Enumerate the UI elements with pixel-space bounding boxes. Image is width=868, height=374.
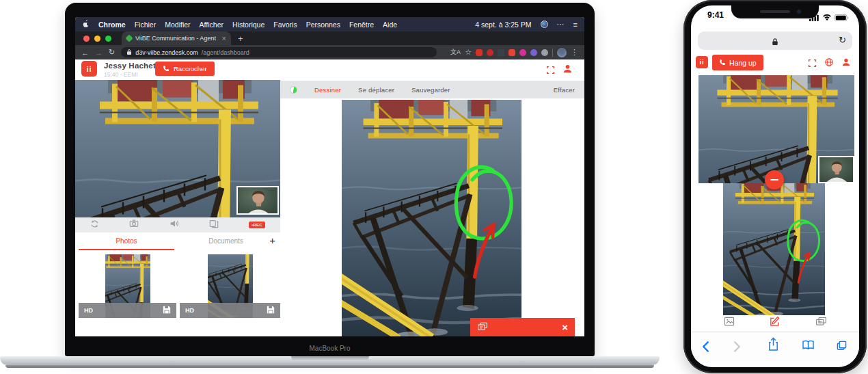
add-media-button[interactable]: + — [269, 235, 275, 246]
gallery-icon[interactable] — [724, 317, 735, 329]
control-center-icon[interactable]: ⋯ — [557, 20, 565, 29]
extension-v-icon[interactable] — [498, 49, 504, 56]
purple-extension-icon[interactable] — [530, 49, 537, 56]
address-bar[interactable]: d3v-viibe.zendesk.com/agent/dashboard — [121, 47, 437, 57]
hd-badge: HD — [185, 307, 194, 314]
menu-modifier[interactable]: Modifier — [165, 21, 190, 29]
annotate-icon[interactable] — [769, 316, 781, 330]
menu-fenetre[interactable]: Fenêtre — [349, 21, 374, 29]
menu-aide[interactable]: Aide — [383, 21, 397, 29]
tabs-icon[interactable] — [836, 340, 847, 354]
notification-center-icon[interactable]: ≡ — [573, 21, 578, 29]
bookmarks-icon[interactable] — [802, 340, 815, 353]
back-button[interactable]: ← — [81, 49, 89, 57]
adblock-icon[interactable] — [487, 49, 493, 56]
menu-favoris[interactable]: Favoris — [273, 21, 297, 29]
profile-avatar[interactable] — [557, 48, 567, 57]
menu-personnes[interactable]: Personnes — [306, 21, 340, 29]
record-badge[interactable]: •REC — [249, 222, 265, 228]
reload-button[interactable]: ↻ — [109, 48, 115, 57]
macbook-display: Chrome Fichier Modifier Afficher Histori… — [75, 17, 584, 336]
viibe-logo: ii — [696, 56, 708, 68]
speaker-icon[interactable] — [169, 219, 179, 231]
collapse-button[interactable] — [765, 170, 784, 189]
siri-icon[interactable] — [541, 21, 548, 28]
tab-documents[interactable]: Documents — [183, 237, 269, 245]
menu-clock[interactable]: 4 sept. à 3:25 PM — [475, 21, 531, 29]
globe-icon[interactable] — [824, 57, 834, 70]
self-view-thumbnail[interactable] — [236, 186, 279, 215]
media-tabs: Photos Documents + — [75, 232, 280, 252]
hangup-button[interactable]: Hang up — [712, 55, 763, 70]
new-tab-button[interactable]: + — [238, 34, 243, 44]
share-icon[interactable] — [768, 337, 779, 354]
agent-name: Jessy Hachet — [104, 62, 156, 70]
pink-extension-icon[interactable] — [519, 49, 526, 56]
move-tool[interactable]: Se déplacer — [358, 86, 394, 94]
wifi-icon — [822, 12, 832, 24]
photo-thumbnail-1[interactable]: HD — [79, 252, 176, 318]
camera-extension-icon[interactable] — [541, 49, 548, 56]
fullscreen-icon[interactable] — [546, 65, 555, 77]
save-tool[interactable]: Sauvegarder — [411, 86, 450, 94]
erase-tool[interactable]: Effacer — [554, 86, 575, 94]
lock-icon — [772, 36, 778, 49]
minimize-window-button[interactable] — [94, 36, 100, 42]
mobile-address-bar[interactable]: ↻ — [698, 31, 852, 50]
annotated-photo[interactable] — [342, 100, 521, 336]
remote-video-feed[interactable] — [699, 75, 854, 183]
annotation-toolbar: Dessiner Se déplacer Sauvegarder Effacer — [280, 81, 584, 98]
account-icon[interactable] — [562, 64, 573, 77]
flip-screen-icon[interactable] — [209, 219, 219, 231]
save-icon[interactable] — [163, 304, 171, 317]
iphone-notch — [731, 5, 819, 18]
hd-badge: HD — [84, 307, 93, 314]
menu-historique[interactable]: Historique — [232, 21, 265, 29]
safari-navbar — [691, 332, 859, 360]
annotated-photo[interactable] — [723, 183, 825, 315]
draw-tool[interactable]: Dessiner — [314, 86, 341, 94]
menu-fichier[interactable]: Fichier — [135, 21, 157, 29]
forward-icon[interactable] — [733, 340, 741, 356]
video-controls-bar: •REC — [75, 217, 280, 232]
call-info: 15:40 - EEMI — [104, 71, 138, 78]
tab-photos[interactable]: Photos — [79, 237, 174, 245]
browser-menu-icon[interactable]: ⋮ — [571, 48, 578, 57]
account-icon[interactable] — [841, 57, 851, 70]
bookmark-star-icon[interactable]: ☆ — [465, 48, 472, 57]
phone-icon — [163, 65, 169, 73]
annotation-canvas[interactable]: × — [280, 98, 584, 336]
mobile-reload-button[interactable]: ↻ — [839, 35, 846, 45]
zoom-window-button[interactable] — [105, 36, 111, 42]
battery-icon — [835, 12, 849, 24]
color-picker-icon[interactable] — [290, 86, 297, 94]
screen-share-icon[interactable] — [815, 317, 827, 329]
macbook-base — [0, 356, 660, 365]
close-icon[interactable]: × — [562, 322, 568, 332]
chrome-tabstrip: ViiBE Communication - Agent × + — [75, 31, 584, 45]
browser-tab[interactable]: ViiBE Communication - Agent × — [122, 31, 231, 45]
snapshot-camera-icon[interactable] — [129, 219, 139, 231]
hangup-button[interactable]: Raccrocher — [155, 62, 215, 76]
tab-close-icon[interactable]: × — [222, 34, 226, 42]
forward-button[interactable]: → — [95, 49, 103, 57]
save-icon[interactable] — [267, 304, 275, 317]
video-extension-icon[interactable] — [508, 49, 515, 56]
mobile-app-header: ii Hang up — [691, 53, 859, 72]
apple-menu-icon[interactable] — [82, 19, 90, 29]
back-icon[interactable] — [702, 340, 709, 356]
menu-app-name[interactable]: Chrome — [98, 21, 126, 29]
extensions-zone: 文A ☆ ⋮ — [450, 48, 578, 57]
photo-thumbnail-2[interactable]: HD — [180, 252, 280, 318]
extension-h-icon[interactable] — [476, 49, 483, 56]
fullscreen-icon[interactable] — [808, 58, 817, 70]
translate-icon[interactable]: 文A — [450, 48, 461, 57]
self-view-thumbnail[interactable] — [818, 156, 854, 183]
device-label: MacBook Pro — [65, 345, 595, 352]
switch-camera-icon[interactable] — [90, 219, 99, 231]
url-domain: d3v-viibe.zendesk.com — [135, 49, 198, 56]
mac-menu-bar: Chrome Fichier Modifier Afficher Histori… — [75, 17, 584, 31]
close-window-button[interactable] — [83, 36, 90, 42]
menu-afficher[interactable]: Afficher — [200, 21, 223, 29]
remote-video-feed[interactable] — [75, 80, 280, 217]
